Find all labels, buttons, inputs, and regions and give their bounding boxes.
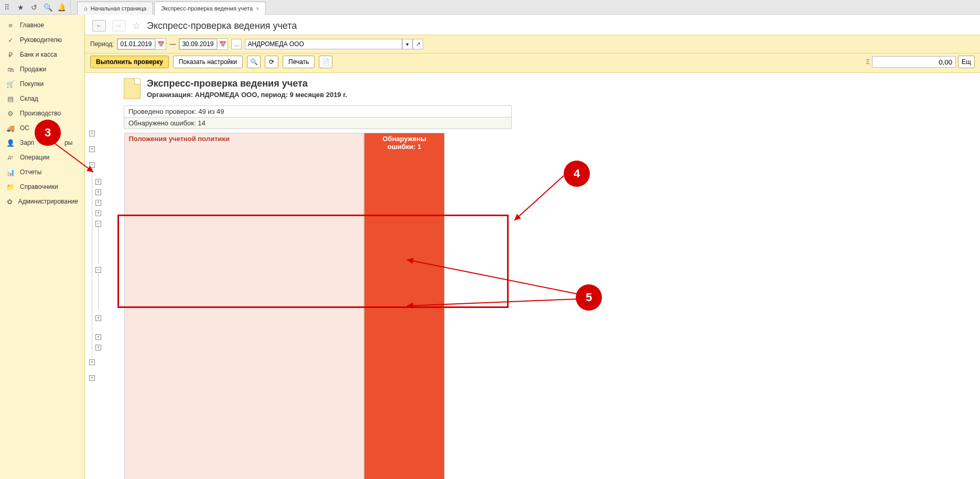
truck-icon: 🚚 (6, 124, 15, 132)
calendar-icon[interactable]: 📅 (217, 41, 228, 48)
sidebar: ≡Главное ✓Руководителю ₽Банк и касса 🛍Пр… (0, 15, 85, 479)
content-header: ← → ☆ Экспресс-проверка ведения учета (85, 15, 980, 35)
sidebar-item-operations[interactable]: ДтОперации (0, 150, 84, 165)
sidebar-item-label: Производство (20, 110, 61, 117)
bell-icon[interactable]: 🔔 (55, 0, 68, 15)
callout-4: 4 (564, 161, 590, 187)
page-title: Экспресс-проверка ведения учета (147, 20, 297, 31)
export-button[interactable]: 📄 (319, 56, 332, 68)
sidebar-item-label: Продажи (20, 66, 46, 73)
history-icon[interactable]: ↺ (27, 0, 41, 15)
sidebar-item-warehouse[interactable]: ▤Склад (0, 91, 84, 106)
expand-toggle[interactable]: + (95, 200, 101, 206)
sigma-label: Σ (866, 58, 870, 66)
callout-5: 5 (576, 284, 602, 311)
sidebar-item-reports[interactable]: 📊Отчеты (0, 165, 84, 179)
expand-toggle[interactable]: + (89, 131, 95, 136)
sidebar-item-production[interactable]: ⚙Производство (0, 106, 84, 121)
expand-toggle[interactable]: − (95, 267, 101, 273)
close-icon[interactable]: × (256, 5, 259, 12)
expand-toggle[interactable]: − (95, 221, 101, 227)
org-open-button[interactable]: ↗ (413, 39, 423, 49)
sidebar-item-label: Зарп (20, 139, 34, 146)
organization-input[interactable] (245, 39, 402, 49)
expand-toggle[interactable]: + (95, 210, 101, 216)
expand-toggle[interactable]: + (95, 315, 101, 321)
expand-toggle[interactable]: + (95, 334, 101, 340)
sidebar-item-manager[interactable]: ✓Руководителю (0, 33, 84, 47)
show-settings-button[interactable]: Показать настройки (173, 56, 243, 68)
tab-home[interactable]: ⌂ Начальная страница (77, 2, 153, 15)
menu-icon: ≡ (6, 21, 15, 29)
sidebar-item-label: Склад (20, 95, 38, 102)
sidebar-item-bank[interactable]: ₽Банк и касса (0, 47, 84, 62)
sidebar-item-label: Банк и касса (20, 51, 57, 58)
sum-field[interactable] (872, 56, 956, 68)
chart-icon: ✓ (6, 36, 15, 44)
settings-icon: ✿ (6, 197, 13, 206)
sidebar-item-directories[interactable]: 📁Справочники (0, 179, 84, 194)
ruble-icon: ₽ (6, 50, 15, 59)
filter-bar: Период: 📅 — 📅 ... ▾ ↗ (85, 35, 980, 54)
expand-toggle[interactable]: + (95, 345, 101, 350)
tab-express-check[interactable]: Экспресс-проверка ведения учета × (154, 2, 266, 15)
period-select-button[interactable]: ... (231, 39, 242, 49)
expand-toggle[interactable]: + (89, 375, 95, 381)
dt-icon: Дт (6, 153, 15, 162)
expand-toggle[interactable]: + (89, 359, 95, 365)
action-bar: Выполнить проверку Показать настройки 🔍 … (85, 54, 980, 73)
calendar-icon[interactable]: 📅 (155, 41, 166, 48)
sidebar-item-label: Покупки (20, 80, 44, 88)
report-area: + + − + + + + − − + + + + + (85, 73, 980, 479)
tab-home-label: Начальная страница (91, 5, 146, 12)
callout-3: 3 (35, 120, 61, 146)
sidebar-item-sales[interactable]: 🛍Продажи (0, 62, 84, 77)
gear-icon: ⚙ (6, 109, 15, 118)
sidebar-item-main[interactable]: ≡Главное (0, 18, 84, 33)
expand-toggle[interactable]: + (95, 189, 101, 195)
sidebar-item-label: ОС (20, 124, 29, 132)
home-icon: ⌂ (84, 5, 88, 12)
more-button[interactable]: Ещ (958, 56, 975, 68)
expand-toggle[interactable]: − (89, 162, 95, 168)
sidebar-item-admin[interactable]: ✿Администрирование (0, 194, 84, 209)
run-check-button[interactable]: Выполнить проверку (90, 56, 169, 68)
expand-toggle[interactable]: + (95, 179, 101, 185)
refresh-button[interactable]: ⟳ (265, 56, 278, 68)
errors-count: Обнаружено ошибок: 14 (124, 117, 512, 129)
report-subtitle: Организация: АНДРОМЕДА ООО, период: 9 ме… (147, 91, 347, 99)
tab-express-label: Экспресс-проверка ведения учета (161, 5, 253, 12)
sidebar-item-label: Отчеты (20, 168, 41, 176)
sidebar-item-purchases[interactable]: 🛒Покупки (0, 77, 84, 91)
cart-icon: 🛒 (6, 80, 15, 88)
org-dropdown-button[interactable]: ▾ (402, 39, 413, 49)
star-icon[interactable]: ★ (14, 0, 27, 15)
report-title: Экспресс-проверка ведения учета (147, 78, 347, 89)
date-to-input[interactable]: 📅 (179, 38, 228, 50)
apps-icon[interactable]: ⠿ (0, 0, 14, 15)
print-button[interactable]: Печать (283, 56, 315, 68)
sidebar-item-label: Администрирование (18, 198, 78, 205)
search-icon[interactable]: 🔍 (41, 0, 55, 15)
report-icon: 📊 (6, 168, 15, 176)
box-icon: ▤ (6, 94, 15, 103)
folder-icon: 📁 (6, 183, 15, 191)
forward-button[interactable]: → (112, 20, 126, 31)
favorite-icon[interactable]: ☆ (132, 20, 141, 31)
sidebar-item-label: Главное (20, 22, 44, 29)
find-button[interactable]: 🔍 (247, 56, 261, 68)
document-icon (124, 78, 141, 99)
report-header: Экспресс-проверка ведения учета Организа… (90, 76, 975, 102)
sidebar-item-label: Руководителю (20, 36, 62, 44)
expand-toggle[interactable]: + (89, 146, 95, 152)
system-toolbar: ⠿ ★ ↺ 🔍 🔔 ⌂ Начальная страница Экспресс-… (0, 0, 980, 15)
sidebar-item-label: Операции (20, 154, 49, 161)
checks-count: Проведено проверок: 49 из 49 (124, 105, 512, 118)
person-icon: 👤 (6, 139, 15, 147)
date-from-input[interactable]: 📅 (117, 38, 166, 50)
back-button[interactable]: ← (92, 20, 106, 31)
period-label: Период: (90, 40, 114, 48)
sidebar-item-label: Справочники (20, 183, 58, 190)
section-policy[interactable]: Положения учетной политикиОбнаружены оши… (124, 133, 445, 479)
bag-icon: 🛍 (6, 65, 15, 73)
